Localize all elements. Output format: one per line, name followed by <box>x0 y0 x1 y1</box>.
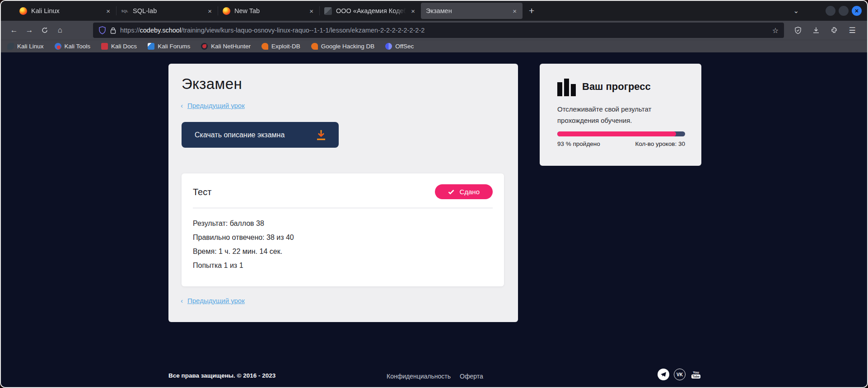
bookmark-label: Kali Forums <box>158 43 190 50</box>
tab-akademiya-codeby[interactable]: ООО «Академия Кодеба × <box>319 1 421 21</box>
tab-close-icon[interactable]: × <box>207 7 213 15</box>
kali-nethunter-icon <box>201 43 208 50</box>
browser-window: Kali Linux × SQL SQL-lab × New Tab × ООО… <box>0 0 868 388</box>
bookmark-label: Google Hacking DB <box>321 43 375 50</box>
bookmark-kali-forums[interactable]: Kali Forums <box>148 43 190 50</box>
tab-close-icon[interactable]: × <box>105 7 111 15</box>
bookmark-kali-nethunter[interactable]: Kali NetHunter <box>201 43 251 50</box>
page-footer: Все права защищены. © 2016 - 2023 Конфид… <box>1 362 867 388</box>
test-result-card: Тест Сдано Результат: баллов 38 Правильн… <box>182 173 504 286</box>
protections-shield-icon[interactable] <box>790 23 806 37</box>
bookmark-kali-tools[interactable]: Kali Tools <box>55 43 91 50</box>
bookmark-offsec[interactable]: OffSec <box>385 43 414 50</box>
firefox-icon <box>223 7 230 15</box>
kali-forums-icon <box>148 43 154 50</box>
progress-title: Ваш прогресс <box>582 81 651 93</box>
bookmark-label: Kali Tools <box>65 43 91 50</box>
bookmark-label: Kali NetHunter <box>211 43 251 50</box>
bookmark-label: Kali Linux <box>17 43 44 50</box>
window-close-button[interactable]: × <box>852 6 862 16</box>
kali-dragon-icon <box>7 43 14 50</box>
window-minimize-button[interactable] <box>826 6 835 16</box>
progress-bar-fill <box>557 131 676 136</box>
site-favicon-icon <box>324 7 332 15</box>
forward-icon[interactable]: → <box>22 23 37 37</box>
previous-lesson-link-bottom[interactable]: ‹ Предыдущий урок <box>181 297 245 304</box>
url-text: https://codeby.school/training/view/kurs… <box>120 27 425 34</box>
bookmark-label: OffSec <box>395 43 414 50</box>
chevron-left-icon: ‹ <box>181 102 183 109</box>
page-content: Экзамен ‹ Предыдущий урок Скачать описан… <box>1 52 867 388</box>
list-all-tabs-chevron-icon[interactable]: ⌄ <box>793 7 799 15</box>
progress-percent-label: 93 % пройдено <box>557 140 600 147</box>
navigation-toolbar: ← → ⌂ https://codeby.school/training/vie… <box>1 21 867 40</box>
check-icon <box>448 189 454 195</box>
tab-ekzamen-active[interactable]: Экзамен × <box>421 3 523 19</box>
bookmark-star-icon[interactable]: ☆ <box>772 26 779 35</box>
url-bar[interactable]: https://codeby.school/training/view/kurs… <box>93 23 784 38</box>
test-results: Результат: баллов 38 Правильно отвечено:… <box>193 216 294 272</box>
tab-close-icon[interactable]: × <box>512 7 518 15</box>
ghdb-bird-icon <box>311 43 318 50</box>
previous-lesson-label[interactable]: Предыдущий урок <box>187 297 245 304</box>
test-title: Тест <box>193 187 211 197</box>
downloads-icon[interactable] <box>808 23 824 37</box>
badge-label: Сдано <box>459 188 480 196</box>
menu-hamburger-icon[interactable]: ☰ <box>845 23 860 37</box>
social-links: VK You Tube <box>658 369 702 380</box>
tab-bar: Kali Linux × SQL SQL-lab × New Tab × ООО… <box>1 1 867 21</box>
progress-labels: 93 % пройдено Кол-во уроков: 30 <box>557 140 685 147</box>
download-icon <box>315 129 327 141</box>
offer-link[interactable]: Оферта <box>460 373 483 380</box>
bar-chart-icon <box>557 78 577 96</box>
divider <box>193 208 493 208</box>
reload-icon[interactable] <box>37 23 52 37</box>
bookmarks-bar: Kali Linux Kali Tools Kali Docs Kali For… <box>1 40 867 52</box>
exam-card: Экзамен ‹ Предыдущий урок Скачать описан… <box>168 64 518 322</box>
telegram-icon[interactable] <box>658 369 669 380</box>
youtube-icon[interactable]: You Tube <box>690 369 702 380</box>
progress-description: Отслеживайте свой результат прохождения … <box>557 103 668 126</box>
result-correct: Правильно отвечено: 38 из 40 <box>193 230 294 244</box>
tab-sql-lab[interactable]: SQL SQL-lab × <box>116 1 218 21</box>
download-exam-description-button[interactable]: Скачать описание экзамна <box>182 122 339 148</box>
tracking-shield-icon[interactable] <box>98 26 106 34</box>
bookmark-exploit-db[interactable]: Exploit-DB <box>261 43 300 50</box>
page-title: Экзамен <box>182 75 242 93</box>
bookmark-google-hacking-db[interactable]: Google Hacking DB <box>311 43 375 50</box>
exploitdb-bird-icon <box>261 43 268 50</box>
previous-lesson-label[interactable]: Предыдущий урок <box>187 102 245 109</box>
lock-icon <box>110 27 116 34</box>
result-time: Время: 1 ч. 22 мин. 14 сек. <box>193 244 294 258</box>
tab-label: ООО «Академия Кодеба <box>336 7 406 14</box>
tab-close-icon[interactable]: × <box>410 7 416 15</box>
back-icon[interactable]: ← <box>6 23 22 37</box>
privacy-link[interactable]: Конфиденциальность <box>387 373 451 380</box>
tab-close-icon[interactable]: × <box>308 7 314 15</box>
tab-label: Экзамен <box>426 7 508 14</box>
tab-label: SQL-lab <box>133 7 203 14</box>
extensions-puzzle-icon[interactable] <box>826 23 842 37</box>
tab-label: Kali Linux <box>31 7 101 14</box>
tab-label: New Tab <box>234 7 304 14</box>
kali-tools-icon <box>55 43 61 50</box>
result-score: Результат: баллов 38 <box>193 216 294 230</box>
kali-docs-icon <box>101 43 108 50</box>
bookmark-kali-linux[interactable]: Kali Linux <box>7 43 44 50</box>
lessons-count-label: Кол-во уроков: 30 <box>635 140 685 147</box>
home-icon[interactable]: ⌂ <box>52 23 68 37</box>
vk-icon[interactable]: VK <box>674 369 686 380</box>
sql-favicon-icon: SQL <box>121 7 129 15</box>
bookmark-label: Exploit-DB <box>271 43 300 50</box>
new-tab-button[interactable]: + <box>523 5 541 16</box>
bookmark-label: Kali Docs <box>111 43 137 50</box>
window-maximize-button[interactable] <box>839 6 849 16</box>
firefox-icon <box>19 7 27 15</box>
bookmark-kali-docs[interactable]: Kali Docs <box>101 43 137 50</box>
tab-kali-linux[interactable]: Kali Linux × <box>14 1 116 21</box>
copyright-text: Все права защищены. © 2016 - 2023 <box>168 372 275 379</box>
passed-status-badge: Сдано <box>435 184 493 199</box>
offsec-icon <box>385 43 392 50</box>
tab-new-tab[interactable]: New Tab × <box>218 1 319 21</box>
previous-lesson-link-top[interactable]: ‹ Предыдущий урок <box>181 102 245 109</box>
